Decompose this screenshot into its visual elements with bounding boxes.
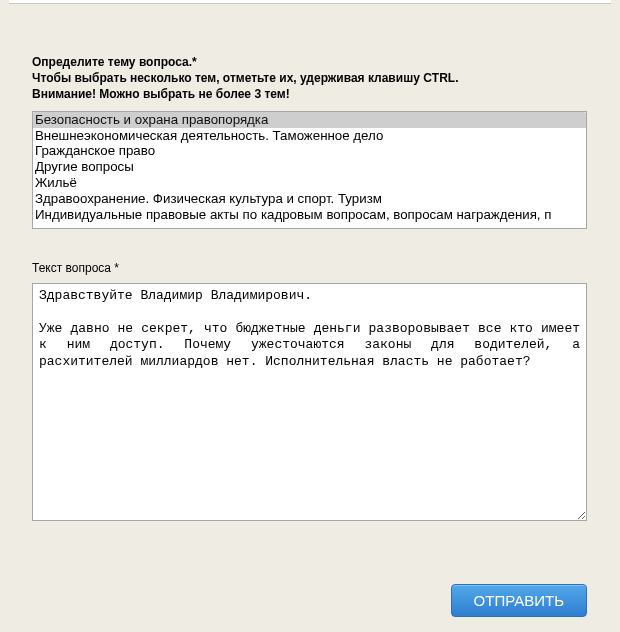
topic-option[interactable]: Индивидуальные правовые акты по кадровым… [33,207,586,223]
question-label: Текст вопроса * [32,261,588,275]
topic-select[interactable]: Безопасность и охрана правопорядкаВнешне… [33,112,586,228]
topic-option[interactable]: Здравоохранение. Физическая культура и с… [33,191,586,207]
form-content: Определите тему вопроса.* Чтобы выбрать … [0,4,620,632]
form-page: Определите тему вопроса.* Чтобы выбрать … [0,0,620,632]
submit-row: ОТПРАВИТЬ [32,584,587,617]
topic-option[interactable]: Гражданское право [33,143,586,159]
topic-option[interactable]: Другие вопросы [33,159,586,175]
instruction-line-1: Определите тему вопроса.* [32,54,588,70]
topic-option[interactable]: Жильё [33,175,586,191]
instruction-line-3: Внимание! Можно выбрать не более 3 тем! [32,86,588,102]
submit-button[interactable]: ОТПРАВИТЬ [451,584,587,617]
topic-instructions: Определите тему вопроса.* Чтобы выбрать … [32,54,588,103]
topic-option[interactable]: Внешнеэкономическая деятельность. Таможе… [33,128,586,144]
question-textarea[interactable] [32,283,587,521]
topic-option[interactable]: Безопасность и охрана правопорядка [33,112,586,128]
instruction-line-2: Чтобы выбрать несколько тем, отметьте их… [32,70,588,86]
topic-select-container: Безопасность и охрана правопорядкаВнешне… [32,111,587,229]
question-textarea-container [32,283,587,524]
